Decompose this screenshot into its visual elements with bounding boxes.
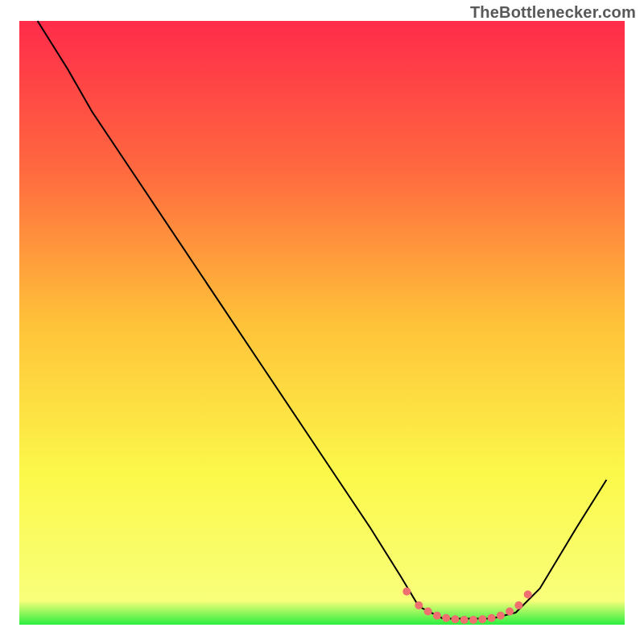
chart-svg	[0, 0, 644, 644]
attribution-label: TheBottlenecker.com	[470, 3, 636, 22]
optimal-dot	[433, 612, 441, 620]
optimal-dot	[506, 608, 514, 616]
bottleneck-chart: TheBottlenecker.com	[0, 0, 644, 644]
optimal-dot	[478, 615, 486, 623]
optimal-dot	[402, 588, 411, 596]
optimal-dot	[488, 614, 496, 622]
optimal-dot	[460, 616, 469, 624]
optimal-dot	[469, 616, 477, 624]
optimal-dot	[451, 615, 459, 623]
optimal-dot	[424, 608, 432, 616]
optimal-dot	[524, 591, 532, 599]
optimal-dot	[497, 612, 505, 620]
optimal-dot	[514, 601, 522, 609]
optimal-dot	[442, 614, 450, 622]
gradient-background	[19, 21, 625, 625]
optimal-dot	[415, 601, 423, 609]
